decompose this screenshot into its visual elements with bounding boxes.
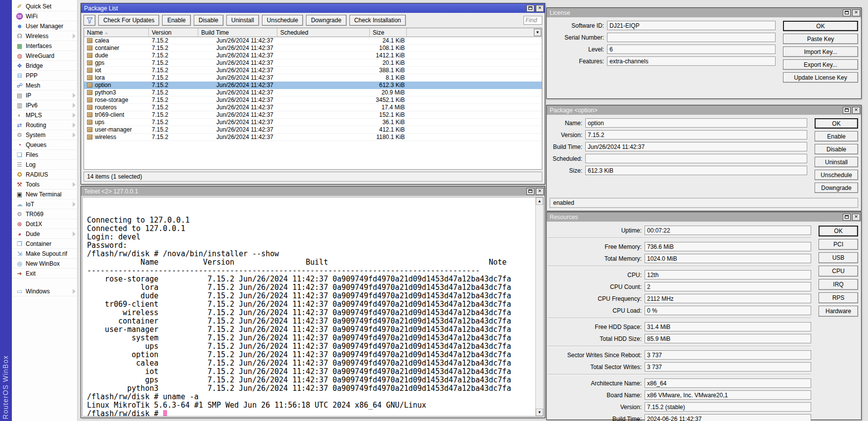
sidebar-item-files[interactable]: ❏Files [12, 150, 77, 160]
maximize-icon[interactable] [843, 214, 851, 221]
sidebar-item-ip[interactable]: ▤IP [12, 91, 77, 100]
sidebar-item-dot1x[interactable]: ⊛Dot1X [12, 219, 77, 229]
sidebar-item-quick-set[interactable]: ✐Quick Set [12, 1, 77, 11]
package-row-python3[interactable]: python37.15.2Jun/26/2024 11:42:3720.9 Mi… [84, 89, 542, 96]
sidebar-item-iot[interactable]: ☁IoT [12, 199, 77, 209]
package-option-titlebar[interactable]: Package <option> ✕ [547, 105, 861, 115]
package-row-wireless[interactable]: wireless7.15.2Jun/26/2024 11:42:371180.1… [84, 134, 542, 141]
sidebar-item-windows[interactable]: ▭Windows [12, 286, 77, 296]
package-row-option[interactable]: option7.15.2Jun/26/2024 11:42:37612.3 Ki… [84, 82, 542, 89]
column-header-build-time[interactable]: Build Time [198, 28, 277, 37]
package-row-ups[interactable]: ups7.15.2Jun/26/2024 11:42:3736.1 KiB [84, 119, 542, 126]
sidebar-item-dude[interactable]: ◕Dude [12, 229, 77, 239]
telnet-titlebar[interactable]: Telnet <2> 127.0.0.1 ✕ [81, 187, 545, 196]
features-field[interactable]: extra-channels [607, 56, 776, 66]
disable-button[interactable]: Disable [815, 144, 858, 154]
close-icon[interactable]: ✕ [852, 9, 860, 16]
cpu-count-field[interactable]: 2 [645, 282, 811, 291]
close-icon[interactable]: ✕ [852, 107, 860, 114]
close-icon[interactable]: ✕ [852, 214, 860, 221]
check-for-updates-button[interactable]: Check For Updates [98, 15, 159, 26]
serial-number-field[interactable] [607, 33, 776, 42]
downgrade-button[interactable]: Downgrade [306, 15, 346, 26]
package-row-dude[interactable]: dude7.15.2Jun/26/2024 11:42:371412.1 KiB [84, 52, 542, 59]
enable-button[interactable]: Enable [162, 15, 190, 26]
column-header-size[interactable]: Size [370, 28, 407, 37]
sidebar-item-tools[interactable]: ⚒Tools [12, 180, 77, 189]
update-license-key-button[interactable]: Update License Key [783, 72, 858, 83]
sidebar-item-system[interactable]: ⚙System [12, 130, 77, 140]
sidebar-item-wifi[interactable]: ♒WiFi [12, 11, 77, 21]
sidebar-item-log[interactable]: ☰Log [12, 160, 77, 170]
scroll-down-icon[interactable]: ▼ [536, 409, 543, 416]
license-titlebar[interactable]: License ✕ [547, 8, 861, 17]
usb-button[interactable]: USB [819, 252, 858, 263]
sidebar-item-tr069[interactable]: ⚙TR069 [12, 209, 77, 219]
check-installation-button[interactable]: Check Installation [349, 15, 406, 26]
column-header-version[interactable]: Version [149, 28, 198, 37]
package-list-titlebar[interactable]: Package List ✕ [81, 3, 545, 13]
terminal-scrollbar[interactable]: ▲ ▼ [535, 197, 543, 416]
uninstall-button[interactable]: Uninstall [815, 157, 858, 167]
close-icon[interactable]: ✕ [536, 188, 544, 195]
scroll-up-icon[interactable]: ▲ [536, 197, 543, 205]
sidebar-item-queues[interactable]: ◔Queues [12, 140, 77, 150]
enable-button[interactable]: Enable [815, 131, 858, 141]
sidebar-item-user-manager[interactable]: ☻User Manager [12, 21, 77, 31]
unschedule-button[interactable]: Unschedule [262, 15, 303, 26]
pci-button[interactable]: PCI [819, 239, 858, 250]
sidebar-item-ppp[interactable]: ⊟PPP [12, 71, 77, 81]
sidebar-item-container[interactable]: ❐Container [12, 239, 77, 249]
level-field[interactable]: 6 [607, 45, 776, 54]
paste-key-button[interactable]: Paste Key [783, 34, 858, 44]
maximize-icon[interactable] [526, 5, 534, 12]
unschedule-button[interactable]: Unschedule [815, 170, 858, 180]
size-field[interactable]: 612.3 KiB [585, 166, 807, 175]
ok-button[interactable]: OK [815, 118, 858, 129]
software-id-field[interactable]: DJ21-EIQP [607, 21, 776, 30]
export-key-button[interactable]: Export Key... [783, 59, 858, 70]
package-row-user-manager[interactable]: user-manager7.15.2Jun/26/2024 11:42:3741… [84, 126, 542, 134]
sidebar-item-routing[interactable]: ⇄Routing [12, 120, 77, 130]
cpu-field[interactable]: 12th [645, 270, 811, 280]
sidebar-item-wireless[interactable]: ☊Wireless [12, 31, 77, 41]
rps-button[interactable]: RPS [819, 292, 858, 303]
scheduled-field[interactable] [585, 154, 807, 163]
maximize-icon[interactable] [526, 188, 534, 195]
build-time-field[interactable]: Jun/26/2024 11:42:37 [585, 142, 807, 151]
free-hdd-space-field[interactable]: 31.4 MiB [645, 322, 811, 331]
package-row-lora[interactable]: lora7.15.2Jun/26/2024 11:42:378.1 KiB [84, 74, 542, 82]
version-field[interactable]: 7.15.2 [585, 130, 807, 140]
sidebar-item-ipv6[interactable]: ▥IPv6 [12, 100, 77, 110]
irq-button[interactable]: IRQ [819, 279, 858, 290]
terminal-area[interactable]: Connecting to 127.0.0.1 Connected to 127… [82, 197, 544, 417]
sidebar-item-new-terminal[interactable]: ▣New Terminal [12, 189, 77, 199]
column-header-scheduled[interactable]: Scheduled [277, 28, 370, 37]
disable-button[interactable]: Disable [194, 15, 223, 26]
version-field[interactable]: 7.15.2 (stable) [645, 402, 811, 412]
sidebar-item-mesh[interactable]: ☍Mesh [12, 81, 77, 91]
sidebar-item-exit[interactable]: ➜Exit [12, 269, 77, 279]
import-key-button[interactable]: Import Key... [783, 47, 858, 57]
ok-button[interactable]: OK [783, 21, 858, 31]
find-input[interactable] [523, 16, 542, 25]
package-row-container[interactable]: container7.15.2Jun/26/2024 11:42:37108.1… [84, 45, 542, 52]
sidebar-item-wireguard[interactable]: ◍WireGuard [12, 51, 77, 61]
column-header-name[interactable]: Name▵ [84, 28, 149, 37]
package-row-routeros[interactable]: routeros7.15.2Jun/26/2024 11:42:3717.4 M… [84, 104, 542, 111]
cpu-load-field[interactable]: 0 % [645, 306, 811, 315]
downgrade-button[interactable]: Downgrade [815, 183, 858, 193]
total-sector-writes-field[interactable]: 3 737 [645, 362, 811, 372]
name-field[interactable]: option [585, 118, 807, 128]
build-time-field[interactable]: 2024-06-26 11:42:37 [645, 414, 811, 421]
total-memory-field[interactable]: 1024.0 MiB [645, 254, 811, 263]
board-name-field[interactable]: x86 VMware, Inc. VMware20,1 [645, 390, 811, 400]
package-row-calea[interactable]: calea7.15.2Jun/26/2024 11:42:3724.1 KiB [84, 37, 542, 45]
uptime-field[interactable]: 00:07:22 [645, 226, 811, 235]
column-select-button[interactable]: ▼ [534, 29, 541, 36]
cpu-frequency-field[interactable]: 2112 MHz [645, 294, 811, 303]
hardware-button[interactable]: Hardware [819, 306, 858, 317]
sidebar-item-interfaces[interactable]: ▦Interfaces [12, 41, 77, 51]
total-hdd-size-field[interactable]: 85.9 MiB [645, 334, 811, 343]
maximize-icon[interactable] [843, 9, 851, 16]
